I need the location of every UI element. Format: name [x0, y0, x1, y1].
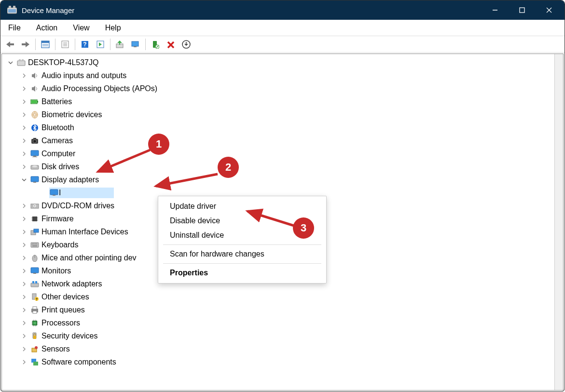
tree-item-biometric[interactable]: Biometric devices: [3, 108, 553, 121]
svg-text:?: ?: [83, 41, 86, 48]
chevron-right-icon[interactable]: [20, 111, 28, 119]
show-hide-tree-button[interactable]: [39, 38, 52, 51]
ctx-scan-hardware[interactable]: Scan for hardware changes: [158, 247, 326, 261]
tree-item-other[interactable]: ? Other devices: [3, 290, 553, 303]
maximize-button[interactable]: [509, 0, 536, 20]
svg-rect-73: [35, 281, 37, 284]
tree-root[interactable]: DESKTOP-4L537JQ: [3, 56, 553, 69]
ctx-update-driver[interactable]: Update driver: [158, 199, 326, 214]
keyboard-icon: [30, 241, 40, 249]
chevron-right-icon[interactable]: [20, 319, 28, 327]
tree-item-label: Disk drives: [41, 162, 79, 171]
close-button[interactable]: [536, 0, 563, 20]
chevron-right-icon[interactable]: [20, 150, 28, 158]
action-button[interactable]: [94, 38, 107, 51]
svg-rect-29: [22, 59, 24, 61]
svg-rect-79: [33, 311, 37, 313]
tree-item-processors[interactable]: Processors: [3, 316, 553, 329]
svg-rect-52: [32, 216, 37, 221]
tree-item-bluetooth[interactable]: Bluetooth: [3, 121, 553, 134]
tree-item-display-adapters[interactable]: Display adapters: [3, 173, 553, 186]
menu-view[interactable]: View: [69, 22, 93, 34]
tree-item-software[interactable]: Software components: [3, 355, 553, 368]
svg-text:?: ?: [36, 297, 38, 301]
tree-item-label: Security devices: [41, 332, 98, 340]
vertical-scrollbar[interactable]: [554, 54, 563, 390]
chevron-right-icon[interactable]: [20, 254, 28, 262]
chevron-down-icon[interactable]: [7, 59, 14, 67]
tree-root-label: DESKTOP-4L537JQ: [28, 58, 98, 67]
svg-point-38: [33, 139, 37, 143]
chevron-right-icon[interactable]: [20, 306, 28, 314]
forward-button[interactable]: [19, 38, 32, 51]
toolbar-separator: [75, 39, 75, 50]
tree-item-label: Keyboards: [41, 241, 79, 249]
svg-rect-8: [10, 43, 14, 45]
svg-point-44: [32, 165, 37, 167]
svg-rect-64: [35, 243, 36, 244]
svg-rect-70: [33, 273, 36, 274]
chevron-right-icon[interactable]: [20, 332, 28, 340]
tree-item-security[interactable]: Security devices: [3, 329, 553, 342]
chevron-down-icon[interactable]: [20, 176, 28, 184]
chevron-right-icon[interactable]: [20, 358, 28, 366]
tree-item-print[interactable]: Print queues: [3, 303, 553, 316]
svg-rect-23: [134, 46, 137, 47]
network-icon: [30, 280, 40, 288]
tree-item-apo[interactable]: Audio Processing Objects (APOs): [3, 82, 553, 95]
tree-item-label: Firmware: [41, 215, 74, 223]
chevron-right-icon[interactable]: [20, 163, 28, 171]
app-icon: [6, 4, 18, 16]
help-button[interactable]: ?: [78, 38, 92, 51]
chevron-right-icon[interactable]: [20, 124, 28, 132]
camera-icon: [30, 136, 40, 145]
svg-rect-95: [33, 362, 38, 365]
chevron-right-icon[interactable]: [20, 345, 28, 353]
chevron-right-icon[interactable]: [20, 267, 28, 275]
chevron-right-icon[interactable]: [20, 137, 28, 145]
tree-item-label: Bluetooth: [41, 123, 74, 132]
chevron-spacer: [40, 189, 47, 197]
svg-rect-69: [31, 268, 39, 273]
chevron-right-icon[interactable]: [20, 72, 28, 80]
chevron-right-icon[interactable]: [20, 202, 28, 210]
toolbar-separator: [55, 39, 55, 50]
tree-item-cameras[interactable]: Cameras: [3, 134, 553, 147]
tree-item-label: Audio Processing Objects (APOs): [41, 84, 157, 93]
chevron-right-icon[interactable]: [20, 228, 28, 236]
menu-help[interactable]: Help: [101, 22, 125, 34]
chevron-right-icon[interactable]: [20, 293, 28, 301]
monitor-icon: [49, 189, 59, 197]
menu-action[interactable]: Action: [32, 22, 61, 34]
tree-item-computer[interactable]: Computer: [3, 147, 553, 160]
menu-file[interactable]: File: [4, 22, 25, 34]
context-menu: Update driver Disable device Uninstall d…: [158, 196, 327, 284]
monitor-icon: [30, 176, 40, 184]
ctx-properties[interactable]: Properties: [158, 266, 326, 280]
back-button[interactable]: [3, 38, 17, 51]
properties-button[interactable]: [58, 38, 72, 51]
chevron-right-icon[interactable]: [20, 215, 28, 223]
svg-rect-42: [32, 157, 37, 157]
tree-item-sensors[interactable]: Sensors: [3, 342, 553, 355]
chevron-right-icon[interactable]: [20, 98, 28, 106]
minimize-button[interactable]: [482, 0, 509, 20]
enable-device-button[interactable]: [149, 38, 162, 51]
svg-point-93: [35, 346, 38, 349]
scan-hardware-button[interactable]: [129, 38, 142, 51]
chevron-right-icon[interactable]: [20, 85, 28, 93]
tree-item-label: Human Interface Devices: [41, 228, 128, 236]
uninstall-device-button[interactable]: [179, 38, 193, 51]
tree-item-disk-drives[interactable]: Disk drives: [3, 160, 553, 173]
tree-item-audio-io[interactable]: Audio inputs and outputs: [3, 69, 553, 82]
update-driver-button[interactable]: [113, 38, 127, 51]
chevron-right-icon[interactable]: [20, 280, 28, 288]
svg-rect-32: [31, 100, 37, 103]
svg-point-35: [34, 113, 36, 116]
svg-rect-11: [41, 41, 49, 43]
chevron-right-icon[interactable]: [20, 241, 28, 249]
tree-item-batteries[interactable]: Batteries: [3, 95, 553, 108]
toolbar-separator: [35, 39, 36, 50]
svg-rect-31: [37, 101, 38, 103]
disable-device-button[interactable]: [164, 38, 178, 51]
